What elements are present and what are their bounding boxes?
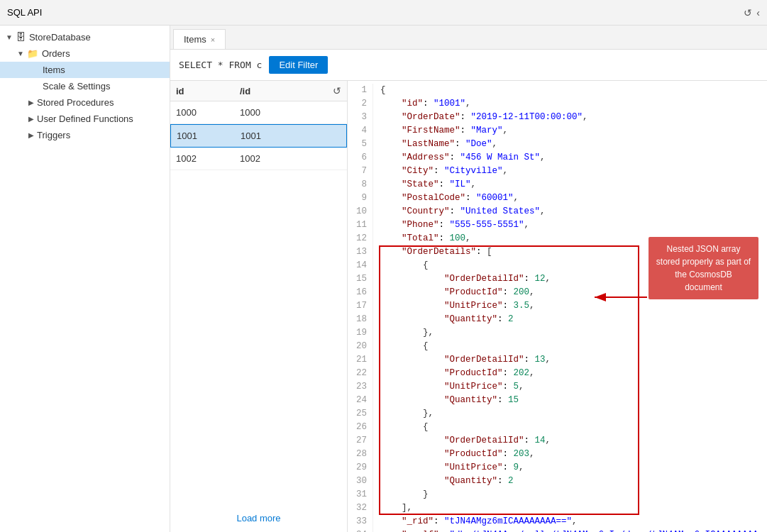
- sidebar-item-scale-settings[interactable]: Scale & Settings: [0, 78, 170, 94]
- chevron-right-icon-trig: ▶: [28, 131, 34, 139]
- annotation-box: Nested JSON array stored properly as par…: [649, 237, 758, 299]
- cell-id-1: 1001: [177, 131, 241, 141]
- sidebar-item-storedatabase[interactable]: ▼ 🗄 StoreDatabase: [0, 28, 170, 45]
- table-refresh-icon[interactable]: ↺: [333, 85, 341, 96]
- folder-icon: 📁: [27, 48, 38, 59]
- table-row[interactable]: 1000 1000: [170, 101, 347, 124]
- sidebar: ▼ 🗄 StoreDatabase ▼ 📁 Orders Items Scale…: [0, 26, 170, 532]
- items-label: Items: [43, 65, 65, 75]
- cell-rid-1: 1001: [241, 131, 341, 141]
- tab-items[interactable]: Items ×: [173, 29, 226, 49]
- annotation-text: Nested JSON array stored properly as par…: [656, 244, 751, 292]
- sidebar-item-items[interactable]: Items: [0, 62, 170, 78]
- content-area: Items × SELECT * FROM c Edit Filter id /…: [170, 26, 767, 532]
- filter-bar: SELECT * FROM c Edit Filter: [170, 50, 767, 81]
- col-header-id: id: [176, 86, 240, 96]
- table-pane: id /id ↺ 1000 1000 1001 1001 1002 1: [170, 81, 348, 532]
- sidebar-item-orders[interactable]: ▼ 📁 Orders: [0, 45, 170, 62]
- edit-filter-button[interactable]: Edit Filter: [269, 56, 328, 74]
- sidebar-item-stored-procedures[interactable]: ▶ Stored Procedures: [0, 94, 170, 111]
- chevron-right-icon-udf: ▶: [28, 115, 34, 123]
- chevron-down-icon-orders: ▼: [17, 50, 24, 57]
- collapse-icon[interactable]: ‹: [756, 7, 760, 18]
- filter-query-text: SELECT * FROM c: [179, 60, 262, 70]
- cell-id-2: 1002: [176, 153, 240, 164]
- col-header-rid: /id: [240, 86, 333, 96]
- database-icon: 🗄: [16, 31, 26, 43]
- top-bar-title: SQL API: [7, 7, 42, 18]
- sidebar-item-triggers[interactable]: ▶ Triggers: [0, 127, 170, 143]
- top-bar-icons: ↺ ‹: [744, 7, 760, 18]
- orders-label: Orders: [42, 48, 70, 59]
- udf-label: User Defined Functions: [37, 113, 133, 124]
- triggers-label: Triggers: [37, 130, 70, 140]
- table-row-selected[interactable]: 1001 1001: [170, 124, 347, 148]
- json-content: 1234567891011121314151617181920212223242…: [348, 84, 767, 532]
- chevron-right-icon-sp: ▶: [28, 99, 34, 106]
- table-header: id /id ↺: [170, 81, 347, 101]
- line-numbers: 1234567891011121314151617181920212223242…: [348, 84, 373, 532]
- load-more-button[interactable]: Load more: [170, 504, 347, 532]
- top-bar: SQL API ↺ ‹: [0, 0, 767, 26]
- table-body: 1000 1000 1001 1001 1002 1002: [170, 101, 347, 504]
- chevron-down-icon: ▼: [6, 33, 13, 41]
- table-row[interactable]: 1002 1002: [170, 148, 347, 170]
- sidebar-item-udf[interactable]: ▶ User Defined Functions: [0, 111, 170, 127]
- main-layout: ▼ 🗄 StoreDatabase ▼ 📁 Orders Items Scale…: [0, 26, 767, 532]
- cell-id-0: 1000: [176, 107, 240, 118]
- storedatabase-label: StoreDatabase: [29, 32, 91, 43]
- stored-procedures-label: Stored Procedures: [37, 97, 114, 108]
- cell-rid-0: 1000: [240, 107, 341, 118]
- json-lines: { "id": "1001", "OrderDate": "2019-12-11…: [373, 84, 767, 532]
- json-pane: 1234567891011121314151617181920212223242…: [348, 81, 767, 532]
- scale-settings-label: Scale & Settings: [43, 81, 110, 92]
- tab-bar: Items ×: [170, 26, 767, 50]
- close-tab-icon[interactable]: ×: [211, 35, 215, 44]
- cell-rid-2: 1002: [240, 153, 341, 164]
- tab-items-label: Items: [184, 34, 206, 45]
- refresh-icon[interactable]: ↺: [744, 7, 752, 18]
- split-pane: id /id ↺ 1000 1000 1001 1001 1002 1: [170, 81, 767, 532]
